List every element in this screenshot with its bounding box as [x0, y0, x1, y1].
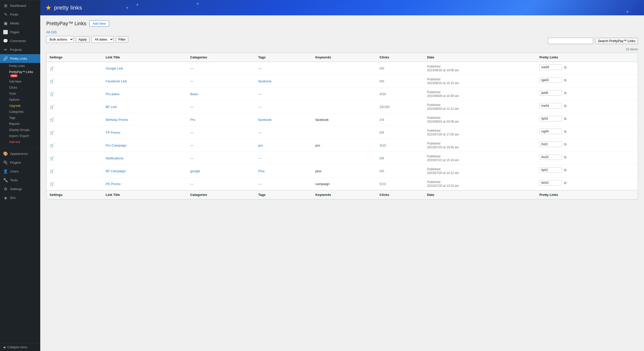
- table-row: 🛒BF Link——23/100Published2023/08/03 at 1…: [47, 100, 638, 113]
- link-title-text[interactable]: BF Campaign: [106, 169, 126, 173]
- date-status: Published: [427, 129, 440, 132]
- cell-clicks: 0/5: [377, 126, 424, 139]
- sidebar-item-plugins[interactable]: 🔌 Plugins: [0, 158, 40, 167]
- link-title-text[interactable]: Birthday Promo: [106, 118, 128, 122]
- pretty-link-input[interactable]: [539, 90, 562, 96]
- bulk-actions-select[interactable]: Bulk actions: [46, 36, 74, 43]
- link-title-text[interactable]: Google Link: [106, 66, 123, 70]
- cell-tags: —: [255, 88, 312, 100]
- category-link[interactable]: google: [190, 169, 200, 173]
- tag-link[interactable]: pro: [258, 144, 263, 147]
- cell-keywords: [312, 62, 377, 75]
- pretty-link-input[interactable]: [539, 64, 562, 70]
- sidebar-sub-reports[interactable]: Reports: [0, 121, 40, 127]
- category-value: —: [190, 66, 193, 70]
- sidebar-item-media[interactable]: ▣ Media: [0, 19, 40, 28]
- pretty-link-input[interactable]: [539, 167, 562, 173]
- category-link[interactable]: Basic: [190, 92, 198, 96]
- date-filter-select[interactable]: All dates: [92, 36, 114, 43]
- sidebar-sub-add-new[interactable]: Add New: [0, 79, 40, 85]
- sidebar-item-pretty-links[interactable]: 🔗 Pretty Links: [0, 54, 40, 63]
- sidebar-item-settings[interactable]: ⚙ Settings: [0, 185, 40, 193]
- filter-button[interactable]: Filter: [116, 36, 129, 43]
- sidebar-item-posts[interactable]: ✎ Posts: [0, 10, 40, 19]
- sidebar-item-tools[interactable]: 🔧 Tools: [0, 176, 40, 185]
- sidebar-sub-display-groups[interactable]: Display Groups: [0, 127, 40, 133]
- cell-pretty-link: ⧉: [536, 88, 638, 98]
- category-link[interactable]: Pro: [190, 118, 195, 122]
- pretty-link-input[interactable]: [539, 129, 562, 134]
- sidebar-item-divi[interactable]: ◈ Divi: [0, 193, 40, 202]
- add-new-button[interactable]: Add New: [89, 20, 109, 27]
- pretty-link-input[interactable]: [539, 154, 562, 160]
- copy-button[interactable]: ⧉: [563, 78, 568, 83]
- sidebar-item-pages[interactable]: ⬜ Pages: [0, 28, 40, 37]
- pages-icon: ⬜: [3, 30, 8, 34]
- clicks-value: 3/10: [380, 144, 386, 147]
- cell-clicks: 2/4: [377, 113, 424, 126]
- tag-link[interactable]: facebook: [258, 118, 271, 122]
- cell-clicks: 4/20: [377, 88, 424, 100]
- cell-settings: 🛒: [47, 62, 103, 75]
- copy-button[interactable]: ⧉: [563, 167, 568, 173]
- sidebar-sub-add-ons[interactable]: Add-ons: [0, 139, 40, 145]
- sidebar-sub-options[interactable]: Options: [0, 97, 40, 103]
- copy-button[interactable]: ⧉: [563, 116, 568, 121]
- pretty-link-input[interactable]: [539, 180, 562, 186]
- copy-button[interactable]: ⧉: [563, 155, 568, 160]
- sidebar-sub-prettypay-links[interactable]: PrettyPay™ Links NEW: [0, 69, 40, 79]
- search-input[interactable]: [548, 38, 593, 44]
- copy-button[interactable]: ⧉: [563, 65, 568, 70]
- cell-tags: —: [255, 62, 312, 75]
- sidebar-item-label: Dashboard: [10, 4, 26, 8]
- copy-button[interactable]: ⧉: [563, 142, 568, 147]
- apply-button[interactable]: Apply: [76, 36, 90, 43]
- search-button[interactable]: Search PrettyPay™ Links: [595, 38, 638, 44]
- link-title-text[interactable]: Pro plans: [106, 92, 119, 96]
- cell-tags: pro: [255, 139, 312, 152]
- pretty-link-input[interactable]: [539, 116, 562, 121]
- cell-clicks: 3/10: [377, 139, 424, 152]
- pretty-link-input[interactable]: [539, 142, 562, 147]
- sidebar-item-comments[interactable]: 💬 Comments: [0, 37, 40, 45]
- sidebar-item-users[interactable]: 👤 Users: [0, 167, 40, 176]
- cell-link-title: Notifications: [103, 152, 187, 165]
- sidebar-sub-tools[interactable]: Tools: [0, 91, 40, 97]
- tag-link[interactable]: Plus: [258, 169, 264, 173]
- cart-icon: 🛒: [50, 79, 55, 83]
- link-title-text[interactable]: PE Promo: [106, 182, 120, 186]
- sidebar-sub-import-export[interactable]: Import / Export: [0, 133, 40, 139]
- keyword-value: campaign: [315, 182, 330, 186]
- cell-clicks: 0/0: [377, 75, 424, 88]
- pretty-link-input[interactable]: [539, 77, 562, 83]
- link-title-text[interactable]: Pro Campaign: [106, 144, 127, 147]
- sidebar-item-projects[interactable]: ✏ Projects: [0, 45, 40, 54]
- link-title-text[interactable]: BF Link: [106, 105, 117, 109]
- link-title-text[interactable]: Notifications: [106, 156, 124, 160]
- copy-button[interactable]: ⧉: [563, 180, 568, 186]
- sidebar-sub-categories[interactable]: Categories: [0, 109, 40, 115]
- all-link[interactable]: All (10): [46, 30, 57, 34]
- cell-date: Published2023/07/20 at 14:22 am: [424, 165, 537, 178]
- copy-button[interactable]: ⧉: [563, 90, 568, 96]
- sidebar-item-appearance[interactable]: 🎨 Appearance: [0, 149, 40, 158]
- pretty-link-input[interactable]: [539, 103, 562, 109]
- link-title-text[interactable]: Facebook Link: [106, 79, 127, 83]
- link-title-text[interactable]: TP Promo: [106, 131, 120, 134]
- cell-pretty-link: ⧉: [536, 126, 638, 137]
- collapse-menu[interactable]: ◀ Collapse menu: [0, 343, 40, 351]
- sidebar-sub-clicks[interactable]: Clicks: [0, 85, 40, 91]
- category-value: —: [190, 156, 193, 160]
- tag-link[interactable]: facebook: [258, 79, 271, 83]
- sidebar-sub-pretty-links[interactable]: Pretty Links: [0, 63, 40, 69]
- copy-button[interactable]: ⧉: [563, 129, 568, 134]
- copy-button[interactable]: ⧉: [563, 103, 568, 109]
- star-icon: ★: [45, 4, 52, 12]
- projects-icon: ✏: [3, 47, 8, 52]
- date-value: 2023/07/25 at 10:50 am: [427, 146, 459, 149]
- tag-value: —: [258, 92, 261, 96]
- cell-date: Published2023/08/09 at 10:38 am: [424, 88, 537, 100]
- sidebar-sub-upgrade[interactable]: Upgrade: [0, 103, 40, 109]
- sidebar-sub-tags[interactable]: Tags: [0, 115, 40, 121]
- sidebar-item-dashboard[interactable]: ⊞ Dashboard: [0, 1, 40, 10]
